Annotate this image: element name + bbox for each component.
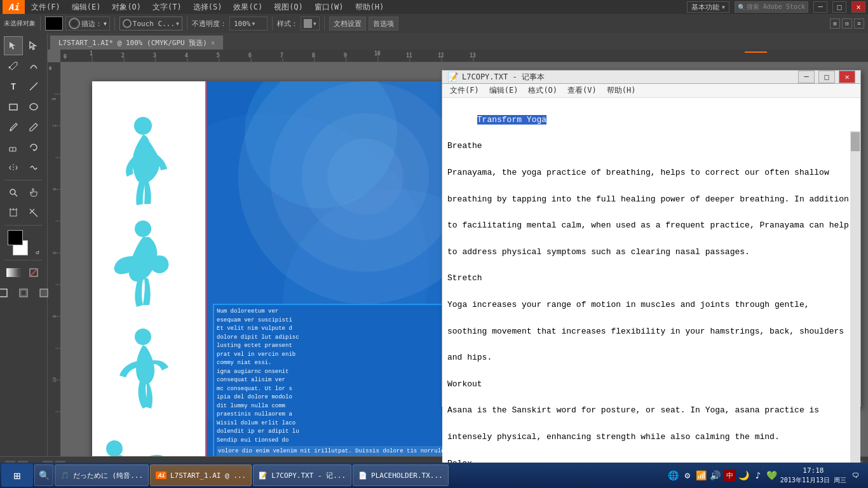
back-draw-btn[interactable]	[14, 283, 33, 302]
tray-misc-1[interactable]: 🌙	[738, 470, 750, 481]
hand-tool[interactable]	[24, 183, 43, 202]
workspace-chevron: ▼	[722, 4, 725, 10]
paintbrush-tool[interactable]	[4, 118, 23, 137]
normal-draw-btn[interactable]	[0, 283, 13, 302]
np-menu-view[interactable]: 查看(V)	[562, 84, 602, 97]
zoom-tool[interactable]	[4, 183, 23, 202]
svg-text:4: 4	[185, 53, 188, 58]
artboard-tool[interactable]	[4, 203, 23, 222]
np-menu-help[interactable]: 帮助(H)	[602, 84, 641, 97]
foreground-color-well[interactable]	[8, 230, 23, 245]
stroke-selector[interactable]: 描边： ▼	[65, 17, 110, 30]
taskbar-music-btn[interactable]: 🎵 だっために (纯音...	[55, 464, 149, 486]
restore-app-btn[interactable]: □	[832, 1, 846, 13]
tray-ie-icon[interactable]: 🌐	[668, 470, 679, 481]
menu-expand-icon[interactable]: ≡	[854, 18, 864, 29]
type-tool[interactable]: T	[4, 77, 23, 96]
preferences-btn[interactable]: 首选项	[369, 17, 398, 30]
notepad-minimize-btn[interactable]: ─	[798, 71, 815, 83]
stroke-label: 描边：	[81, 19, 102, 29]
svg-text:10: 10	[374, 51, 381, 57]
tray-volume-icon[interactable]: 🔊	[710, 470, 721, 481]
warp-tool[interactable]	[24, 158, 43, 177]
taskbar-ai-btn[interactable]: Ai L7START_1.AI @ ...	[150, 464, 252, 486]
tray-settings-icon[interactable]: ⚙	[682, 470, 693, 481]
pen-tools-row	[4, 57, 43, 76]
curvature-tool[interactable]	[24, 57, 43, 76]
tab-close-btn[interactable]: ×	[211, 39, 215, 46]
align-icon[interactable]: ⊟	[842, 18, 852, 29]
direct-selection-tool[interactable]	[24, 36, 43, 55]
opacity-label: 不透明度：	[192, 19, 227, 29]
menu-view[interactable]: 视图(Q)	[269, 1, 308, 14]
style-label: 样式：	[277, 19, 298, 29]
menu-help[interactable]: 帮助(H)	[350, 1, 390, 14]
input-method-btn[interactable]: 中	[724, 470, 736, 482]
svg-text:12: 12	[438, 53, 444, 58]
tray-network-icon[interactable]: 📶	[696, 470, 707, 481]
menu-window[interactable]: 窗口(W)	[309, 1, 349, 14]
arrange-icon[interactable]: ⊞	[830, 18, 840, 29]
inside-draw-btn[interactable]	[34, 283, 53, 302]
svg-text:2: 2	[52, 125, 57, 127]
tray-health-icon[interactable]: 💚	[766, 470, 778, 481]
system-clock[interactable]: 17:18 2013年11月13日 周三	[780, 466, 846, 484]
opacity-value-box[interactable]: 100% ▼	[229, 17, 268, 30]
svg-point-70	[135, 329, 151, 345]
scrollbar-thumb[interactable]	[851, 132, 860, 151]
tray-misc-2[interactable]: ♪	[752, 470, 764, 481]
notification-icon[interactable]: 🗨	[849, 464, 862, 486]
reflect-tool[interactable]	[4, 158, 23, 177]
close-app-btn[interactable]: ✕	[851, 1, 865, 13]
minimize-app-btn[interactable]: ─	[813, 1, 827, 13]
doc-settings-btn[interactable]: 文档设置	[329, 17, 366, 30]
color-wells[interactable]: ↺	[8, 230, 39, 255]
menu-text[interactable]: 文字(T)	[147, 1, 187, 14]
gradient-fill-btn[interactable]	[4, 263, 23, 282]
menu-edit[interactable]: 编辑(E)	[67, 1, 106, 14]
tool-sep-2	[4, 225, 43, 226]
taskbar-placeholder-btn[interactable]: 📄 PLACEHOLDER.TX...	[353, 464, 449, 486]
slice-tool[interactable]	[24, 203, 43, 222]
search-box[interactable]: 🔍 搜索 Adobe Stock	[735, 1, 808, 13]
no-fill-btn[interactable]	[24, 263, 43, 282]
artboard-tools-row	[4, 203, 43, 222]
pencil-tool[interactable]	[24, 118, 43, 137]
notepad-body: Transform Yoga Breathe Pranayama, the yo…	[442, 98, 860, 488]
rect-tool[interactable]	[4, 97, 23, 116]
np-menu-file[interactable]: 文件(F)	[445, 84, 484, 97]
selection-tool[interactable]	[4, 36, 23, 55]
menu-object[interactable]: 对象(O)	[107, 1, 146, 14]
ellipse-tool[interactable]	[24, 97, 43, 116]
curvature-icon	[29, 61, 39, 71]
notepad-close-btn[interactable]: ✕	[839, 71, 855, 83]
menu-select[interactable]: 选择(S)	[188, 1, 227, 14]
np-menu-edit[interactable]: 编辑(E)	[484, 84, 524, 97]
yoga-pose-1	[126, 117, 167, 205]
touch-dropdown[interactable]: Touch C... ▼	[119, 17, 182, 30]
document-tab[interactable]: L7START_1.AI* @ 100% (CMYK/GPU 预选) ×	[50, 36, 223, 50]
workspace-selector[interactable]: 基本功能 ▼	[687, 1, 729, 13]
type-icon: T	[11, 81, 16, 92]
search-taskbar-btn[interactable]: 🔍	[34, 464, 53, 486]
tool-indicator: 未选择对象	[4, 19, 36, 28]
notepad-restore-btn[interactable]: □	[818, 71, 835, 83]
yoga-pose-4	[106, 440, 186, 456]
eraser-tool[interactable]	[4, 138, 23, 157]
start-button[interactable]: ⊞	[1, 464, 33, 487]
color-reset-icon[interactable]: ↺	[36, 248, 39, 255]
selection-tool-icon	[8, 41, 18, 51]
notepad-scrollbar[interactable]	[850, 131, 860, 488]
rotate-tool[interactable]	[24, 138, 43, 157]
np-menu-format[interactable]: 格式(O)	[523, 84, 562, 97]
pen-tool[interactable]	[4, 57, 23, 76]
style-box[interactable]: ▼	[301, 17, 320, 30]
menu-file[interactable]: 文件(F)	[26, 1, 65, 14]
svg-text:8: 8	[52, 315, 57, 318]
notepad-content[interactable]: Transform Yoga Breathe Pranayama, the yo…	[442, 98, 860, 488]
fill-color-box[interactable]	[45, 17, 63, 30]
menu-effect[interactable]: 效果(C)	[228, 1, 268, 14]
line-tool[interactable]	[24, 77, 43, 96]
taskbar-notepad-btn[interactable]: 📝 L7COPY.TXT - 记...	[253, 464, 351, 486]
pen-tool-icon	[8, 61, 18, 71]
